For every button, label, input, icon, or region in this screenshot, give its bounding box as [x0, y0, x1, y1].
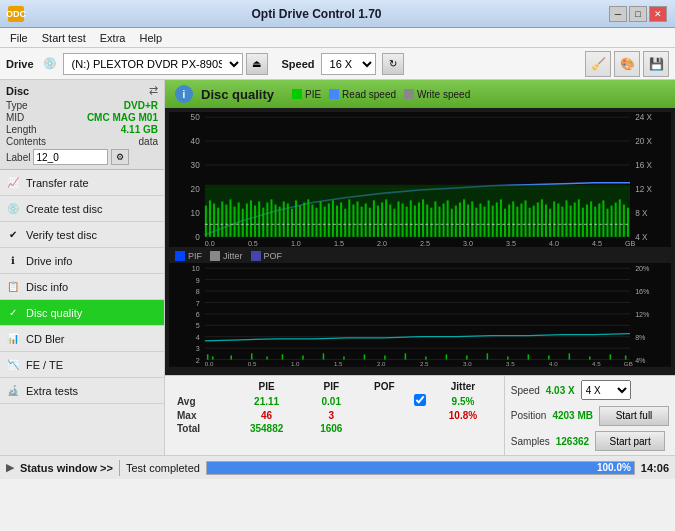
- svg-rect-72: [373, 200, 375, 236]
- status-window-label[interactable]: Status window >>: [20, 462, 113, 474]
- svg-rect-38: [234, 207, 236, 237]
- svg-rect-102: [496, 202, 498, 236]
- sidebar-item-disc-quality[interactable]: ✓ Disc quality: [0, 300, 164, 326]
- svg-text:20: 20: [191, 185, 201, 194]
- menu-start-test[interactable]: Start test: [36, 31, 92, 45]
- svg-rect-55: [303, 202, 305, 236]
- sidebar-nav: 📈 Transfer rate 💿 Create test disc ✔ Ver…: [0, 170, 164, 404]
- svg-text:4.5: 4.5: [592, 360, 601, 367]
- pif-legend-color: [175, 251, 185, 261]
- sidebar: Disc ⇄ Type DVD+R MID CMC MAG M01 Length…: [0, 80, 165, 455]
- sidebar-item-transfer-rate[interactable]: 📈 Transfer rate: [0, 170, 164, 196]
- sidebar-item-label: Disc quality: [26, 307, 82, 319]
- svg-rect-192: [610, 355, 612, 360]
- svg-rect-39: [238, 202, 240, 236]
- drive-eject-button[interactable]: ⏏: [246, 53, 268, 75]
- svg-text:3.0: 3.0: [463, 360, 472, 367]
- pie-max: 46: [229, 409, 304, 422]
- sidebar-item-cd-bler[interactable]: 📊 CD Bler: [0, 326, 164, 352]
- speed-select[interactable]: 16 X: [321, 53, 376, 75]
- disc-panel-arrow[interactable]: ⇄: [149, 84, 158, 97]
- svg-rect-67: [352, 205, 354, 237]
- legend-read-color: [329, 89, 339, 99]
- svg-rect-47: [270, 199, 272, 236]
- svg-rect-172: [212, 357, 214, 360]
- title-bar: ODC Opti Drive Control 1.70 ─ □ ✕: [0, 0, 675, 28]
- svg-rect-112: [537, 202, 539, 236]
- disc-quality-icon-header: i: [175, 85, 193, 103]
- svg-text:9: 9: [196, 276, 200, 285]
- pif-chart-wrapper: PIF Jitter POF: [169, 249, 671, 371]
- svg-text:7: 7: [196, 299, 200, 308]
- svg-rect-60: [324, 207, 326, 237]
- pof-avg: [359, 393, 411, 409]
- col-header-empty: [173, 380, 229, 393]
- sidebar-item-label: Transfer rate: [26, 177, 89, 189]
- pie-chart: 50 40 30 20 10 0 24 X 20 X 16 X 12 X 8 X…: [169, 112, 671, 247]
- jitter-legend-label: Jitter: [223, 251, 243, 261]
- drive-select[interactable]: (N:) PLEXTOR DVDR PX-890SA 1.00: [63, 53, 243, 75]
- disc-quality-header: i Disc quality PIE Read speed Write spee…: [165, 80, 675, 108]
- chart-speed-select[interactable]: 4 X: [581, 380, 631, 400]
- svg-rect-101: [492, 206, 494, 237]
- pof-total: [359, 422, 411, 435]
- disc-quality-title: Disc quality: [201, 87, 274, 102]
- svg-rect-119: [565, 200, 567, 236]
- svg-rect-77: [393, 209, 395, 237]
- svg-rect-120: [570, 206, 572, 237]
- col-header-jitter: Jitter: [430, 380, 496, 393]
- disc-label-input[interactable]: [33, 149, 108, 165]
- svg-text:4.0: 4.0: [549, 239, 559, 247]
- svg-rect-45: [262, 208, 264, 237]
- svg-rect-117: [557, 204, 559, 237]
- color-button[interactable]: 🎨: [614, 51, 640, 77]
- sidebar-item-create-test-disc[interactable]: 💿 Create test disc: [0, 196, 164, 222]
- disc-type-row: Type DVD+R: [6, 100, 158, 111]
- svg-rect-127: [598, 204, 600, 237]
- transfer-rate-icon: 📈: [6, 176, 20, 190]
- status-separator: [119, 460, 120, 476]
- svg-rect-65: [344, 209, 346, 237]
- menu-help[interactable]: Help: [133, 31, 168, 45]
- sidebar-item-disc-info[interactable]: 📋 Disc info: [0, 274, 164, 300]
- sidebar-item-drive-info[interactable]: ℹ Drive info: [0, 248, 164, 274]
- svg-rect-173: [230, 356, 232, 360]
- svg-rect-136: [169, 263, 671, 367]
- maximize-button[interactable]: □: [629, 6, 647, 22]
- svg-rect-191: [589, 357, 591, 360]
- erase-button[interactable]: 🧹: [585, 51, 611, 77]
- svg-rect-32: [209, 200, 211, 236]
- start-full-button[interactable]: Start full: [599, 406, 669, 426]
- save-button[interactable]: 💾: [643, 51, 669, 77]
- svg-rect-123: [582, 208, 584, 237]
- svg-text:4 X: 4 X: [635, 233, 648, 242]
- speed-label: Speed: [282, 58, 315, 70]
- svg-rect-184: [446, 355, 448, 360]
- app-icon: ODC: [8, 6, 24, 22]
- start-part-button[interactable]: Start part: [595, 431, 665, 451]
- sidebar-item-extra-tests[interactable]: 🔬 Extra tests: [0, 378, 164, 404]
- jitter-checkbox[interactable]: [414, 394, 426, 406]
- svg-text:2: 2: [196, 356, 200, 365]
- disc-contents-row: Contents data: [6, 136, 158, 147]
- minimize-button[interactable]: ─: [609, 6, 627, 22]
- svg-rect-69: [361, 207, 363, 237]
- menu-file[interactable]: File: [4, 31, 34, 45]
- svg-rect-193: [625, 356, 627, 360]
- svg-rect-44: [258, 201, 260, 236]
- col-header-pif: PIF: [304, 380, 359, 393]
- sidebar-item-label: Verify test disc: [26, 229, 97, 241]
- col-header-pie: PIE: [229, 380, 304, 393]
- menu-extra[interactable]: Extra: [94, 31, 132, 45]
- speed-refresh-button[interactable]: ↻: [382, 53, 404, 75]
- disc-type-value: DVD+R: [124, 100, 158, 111]
- close-button[interactable]: ✕: [649, 6, 667, 22]
- status-window-arrow[interactable]: ▶: [6, 461, 14, 474]
- sidebar-item-fe-te[interactable]: 📉 FE / TE: [0, 352, 164, 378]
- svg-rect-186: [487, 354, 489, 360]
- svg-rect-183: [425, 357, 427, 360]
- sidebar-item-verify-test-disc[interactable]: ✔ Verify test disc: [0, 222, 164, 248]
- disc-label-settings-button[interactable]: ⚙: [111, 149, 129, 165]
- svg-text:0.5: 0.5: [248, 360, 257, 367]
- chart-legend: PIE Read speed Write speed: [292, 89, 470, 100]
